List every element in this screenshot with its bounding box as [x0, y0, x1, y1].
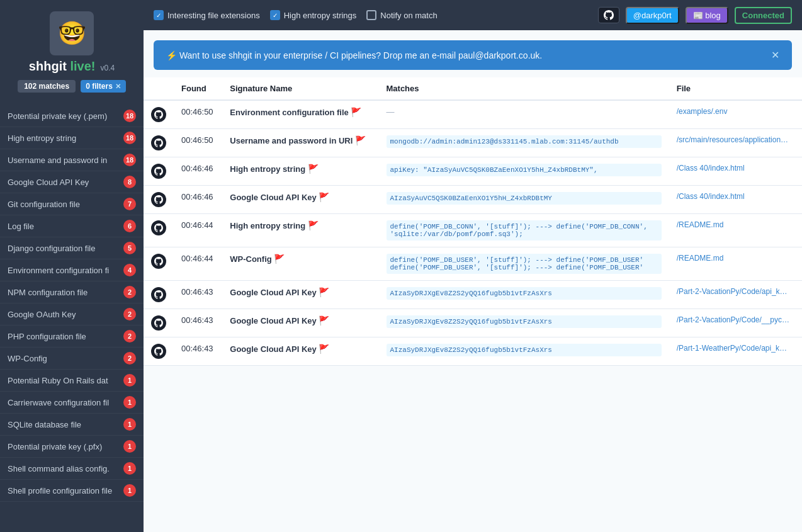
signature-cell: Google Cloud API Key 🚩	[222, 281, 378, 309]
github-icon	[151, 344, 166, 359]
flag-icon: 🚩	[308, 164, 319, 174]
checkbox-interesting-icon: ✓	[154, 10, 164, 20]
match-cell: AIzaSyAuVC5QSK0BZaEenXO1Y5hH_Z4xbRDBtMY	[379, 186, 669, 214]
file-cell[interactable]: /README.md	[669, 214, 802, 247]
file-cell[interactable]: /src/main/resources/application.prop	[669, 129, 802, 157]
app-logo: 🤓	[50, 11, 94, 55]
table-row: 00:46:50 Environment configuration file …	[144, 100, 802, 129]
blog-button[interactable]: 📰 blog	[686, 7, 728, 24]
banner-close-button[interactable]: ✕	[771, 49, 779, 61]
table-row: 00:46:43 Google Cloud API Key 🚩 AIzaSyDR…	[144, 309, 802, 337]
sidebar-list-item[interactable]: PHP configuration file2	[0, 325, 144, 348]
match-cell: —	[379, 100, 669, 129]
flag-icon: 🚩	[319, 344, 329, 354]
signature-cell: Environment configuration file 🚩	[222, 100, 378, 129]
table-row: 00:46:50 Username and password in URI 🚩 …	[144, 129, 802, 157]
topbar-filters: ✓ Interesting file extensions ✓ High ent…	[154, 10, 588, 20]
checkbox-entropy-icon: ✓	[270, 10, 280, 20]
match-cell: define('POMF_DB_CONN', '[stuff]'); ---> …	[379, 214, 669, 247]
match-cell: AIzaSyDRJXgEv8Z2S2yQQ16fugb5b1vtFzAsXrs	[379, 281, 669, 309]
notify-on-match-checkbox[interactable]: Notify on match	[366, 10, 437, 20]
sidebar-list-item[interactable]: SQLite database file1	[0, 414, 144, 436]
time-cell: 00:46:44	[174, 247, 222, 281]
close-filters-icon[interactable]: ✕	[115, 82, 121, 91]
app-version: v0.4	[100, 64, 115, 72]
flag-icon: 🚩	[319, 192, 329, 202]
signature-cell: Username and password in URI 🚩	[222, 129, 378, 157]
connected-button[interactable]: Connected	[735, 7, 792, 24]
sidebar-list-item[interactable]: Log file6	[0, 215, 144, 237]
signature-cell: Google Cloud API Key 🚩	[222, 186, 378, 214]
github-icon	[151, 107, 166, 122]
col-github	[144, 77, 174, 100]
sidebar-list-item[interactable]: Google OAuth Key2	[0, 303, 144, 325]
table-row: 00:46:43 Google Cloud API Key 🚩 AIzaSyDR…	[144, 281, 802, 309]
github-icon	[151, 164, 166, 179]
github-icon-cell	[144, 100, 174, 129]
signature-cell: WP-Config 🚩	[222, 247, 378, 281]
github-icon	[151, 315, 166, 331]
table-row: 00:46:46 Google Cloud API Key 🚩 AIzaSyAu…	[144, 186, 802, 214]
match-cell: AIzaSyDRJXgEv8Z2S2yQQ16fugb5b1vtFzAsXrs	[379, 337, 669, 366]
signature-cell: Google Cloud API Key 🚩	[222, 337, 378, 366]
sidebar-list: Potential private key (.pem)18High entro…	[0, 100, 144, 532]
sidebar-list-item[interactable]: Carrierwave configuration fil1	[0, 392, 144, 414]
github-icon	[151, 254, 166, 269]
checkbox-notify-icon	[366, 10, 376, 20]
sidebar-list-item[interactable]: NPM configuration file2	[0, 281, 144, 303]
results-table: Found Signature Name Matches File 00:46:…	[144, 77, 802, 366]
table-header: Found Signature Name Matches File	[144, 77, 802, 100]
sidebar: 🤓 shhgit live! v0.4 102 matches 0 filter…	[0, 0, 144, 532]
matches-badge: 102 matches	[18, 80, 76, 93]
github-icon-cell	[144, 309, 174, 337]
file-cell[interactable]: /Part-2-VacationPy/Code/api_keys.p	[669, 281, 802, 309]
flag-icon: 🚩	[274, 254, 285, 264]
sidebar-list-item[interactable]: Potential Ruby On Rails dat1	[0, 370, 144, 392]
twitter-button[interactable]: @darkp0rt	[626, 7, 679, 24]
time-cell: 00:46:50	[174, 129, 222, 157]
time-cell: 00:46:46	[174, 186, 222, 214]
col-found: Found	[174, 77, 222, 100]
file-cell[interactable]: /Class 40/index.html	[669, 157, 802, 186]
github-icon-cell	[144, 129, 174, 157]
signature-cell: Google Cloud API Key 🚩	[222, 309, 378, 337]
sidebar-header: 🤓 shhgit live! v0.4 102 matches 0 filter…	[0, 0, 144, 100]
app-name: shhgit live!	[29, 59, 96, 74]
file-cell[interactable]: /Part-2-VacationPy/Code/__pycache__/38.p…	[669, 309, 802, 337]
github-button[interactable]	[598, 7, 619, 23]
sidebar-list-item[interactable]: Google Cloud API Key8	[0, 171, 144, 193]
sidebar-list-item[interactable]: WP-Config2	[0, 348, 144, 370]
time-cell: 00:46:43	[174, 309, 222, 337]
sidebar-list-item[interactable]: Git configuration file7	[0, 193, 144, 215]
sidebar-list-item[interactable]: Django configuration file5	[0, 237, 144, 259]
file-cell[interactable]: /Part-1-WeatherPy/Code/api_keys.p	[669, 337, 802, 366]
interesting-extensions-checkbox[interactable]: ✓ Interesting file extensions	[154, 10, 260, 20]
file-cell[interactable]: /README.md	[669, 247, 802, 281]
sidebar-list-item[interactable]: Environment configuration fi4	[0, 259, 144, 281]
flag-icon: 🚩	[355, 135, 366, 145]
sidebar-list-item[interactable]: Potential private key (.pem)18	[0, 105, 144, 127]
file-cell[interactable]: /Class 40/index.html	[669, 186, 802, 214]
github-icon-cell	[144, 157, 174, 186]
col-matches: Matches	[379, 77, 669, 100]
file-cell[interactable]: /examples/.env	[669, 100, 802, 129]
sidebar-list-item[interactable]: Shell command alias config.1	[0, 458, 144, 480]
high-entropy-checkbox[interactable]: ✓ High entropy strings	[270, 10, 357, 20]
flag-icon: 🚩	[319, 315, 329, 325]
sidebar-list-item[interactable]: Potential private key (.pfx)1	[0, 436, 144, 458]
filters-badge[interactable]: 0 filters ✕	[81, 80, 126, 93]
time-cell: 00:46:46	[174, 157, 222, 186]
github-icon-cell	[144, 186, 174, 214]
github-icon-cell	[144, 247, 174, 281]
match-cell: AIzaSyDRJXgEv8Z2S2yQQ16fugb5b1vtFzAsXrs	[379, 309, 669, 337]
flag-icon: 🚩	[351, 107, 361, 117]
time-cell: 00:46:50	[174, 100, 222, 129]
time-cell: 00:46:43	[174, 281, 222, 309]
sidebar-list-item[interactable]: High entropy string18	[0, 127, 144, 149]
content-area: ⚡ Want to use shhgit in your enterprise …	[144, 30, 802, 532]
github-icon	[151, 135, 166, 150]
time-cell: 00:46:43	[174, 337, 222, 366]
sidebar-list-item[interactable]: Shell profile configuration file1	[0, 480, 144, 502]
signature-cell: High entropy string 🚩	[222, 157, 378, 186]
sidebar-list-item[interactable]: Username and password in18	[0, 149, 144, 171]
